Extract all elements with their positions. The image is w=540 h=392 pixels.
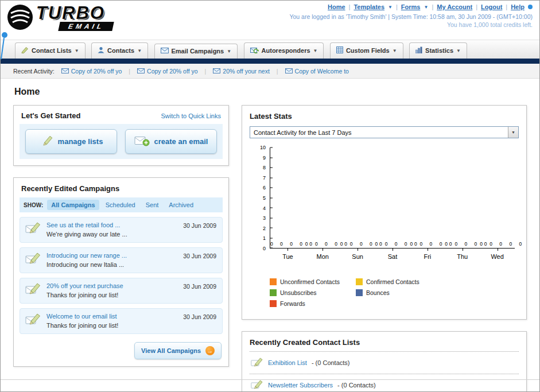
campaign-subtitle: Thanks for joining our list! [46,292,123,298]
chart-values: 0 0 0 0 0 [305,241,340,247]
legend-swatch [270,300,277,307]
activity-item-label: Copy of 20% off yo [71,68,122,75]
campaign-filter-bar: SHOW: All Campaigns Scheduled Sent Archi… [20,197,223,212]
show-label: SHOW: [24,202,43,208]
view-all-campaigns-button[interactable]: View All Campaigns → [134,342,222,359]
caret-down-icon: ▼ [388,5,393,10]
campaign-item[interactable]: See us at the retail food ... We're givi… [20,217,223,243]
chart-yaxis: 109876543210 [252,148,270,249]
y-tick-label: 2 [263,226,266,231]
campaign-item[interactable]: 20% off your next purchase Thanks for jo… [20,278,223,304]
campaign-date: 30 Jun 2009 [183,222,216,229]
caret-down-icon: ▼ [75,48,79,53]
contact-list-item[interactable]: Newsletter Subscribers - (0 Contacts) [250,374,519,392]
tab-statistics[interactable]: Statistics ▼ [409,42,467,59]
caret-down-icon: ▼ [393,48,397,53]
statistics-icon [415,46,422,55]
recent-activity-item[interactable]: Copy of 20% off yo [61,68,122,75]
x-tick-label: Tue [270,253,305,260]
turbo-email-logo[interactable]: TURBO EMAIL [6,3,113,31]
right-column: Latest Stats Contact Activity for the La… [242,105,527,392]
pencil-edit-icon [251,357,263,368]
caret-down-icon: ▼ [137,48,142,53]
legend-item: Unsubscribes [270,289,356,296]
top-link-my-account[interactable]: My Account [437,3,472,10]
top-link-logout[interactable]: Logout [481,3,502,10]
campaign-title-link[interactable]: 20% off your next purchase [46,282,123,289]
separator: | [349,3,351,10]
chart-values: 0 0 0 0 0 [445,241,480,247]
caret-down-icon: ▼ [313,48,318,53]
envelope-icon [137,68,145,73]
chart-legend: Unconfirmed ContactsConfirmed ContactsUn… [242,277,526,319]
y-tick-mark [270,248,273,249]
stats-period-select[interactable]: Contact Activity for the Last 7 Days ▼ [250,126,519,138]
campaign-date: 30 Jun 2009 [183,283,216,290]
recent-activity-item[interactable]: 20% off your next [213,68,270,75]
contact-lists-icon [21,46,29,55]
campaign-subtitle: We're giving away our late ... [46,231,127,238]
y-tick-label: 4 [263,205,266,211]
dropdown-arrow-icon: ▼ [508,127,518,138]
top-link-help[interactable]: Help [511,3,525,10]
y-tick-mark [270,157,273,158]
recent-contact-lists-panel: Recently Created Contact Lists Exhibitio… [242,331,527,392]
tab-custom-fields[interactable]: Custom Fields ▼ [330,42,403,59]
chart-group: 0 0 0 0 0Fri [410,148,445,248]
recent-activity-item[interactable]: Copy of 20% off yo [137,68,198,75]
campaign-subtitle: Thanks for joining our list! [46,322,118,329]
separator: | [506,3,507,10]
tab-email-campaigns[interactable]: Email Campaigns ▼ [154,44,238,59]
separator: | [277,68,278,75]
chart-values: 0 0 0 0 0 [340,241,375,247]
create-email-button[interactable]: create an email [125,129,217,154]
tab-label: Contacts [107,47,134,54]
tab-contact-lists[interactable]: Contact Lists ▼ [15,42,86,59]
stats-chart: 109876543210 0 0 0 0 0Tue0 0 0 0 0Mon0 0… [252,148,517,262]
legend-label: Forwards [280,300,305,307]
campaign-title-link[interactable]: Welcome to our email list [46,313,118,320]
page-title: Home [14,87,527,97]
filter-all-campaigns[interactable]: All Campaigns [47,200,99,210]
create-email-label: create an email [154,137,208,146]
top-link-forms[interactable]: Forms [401,3,421,10]
legend-label: Unconfirmed Contacts [280,278,340,285]
logo-line1: TURBO [26,3,113,24]
legend-label: Confirmed Contacts [366,278,419,285]
campaign-item[interactable]: Welcome to our email list Thanks for joi… [20,308,223,334]
contact-list-item[interactable]: Exhibition List - (0 Contacts) [250,352,519,374]
activity-item-label: Copy of Welcome to [295,68,349,75]
y-tick-mark [270,148,273,148]
top-link-home[interactable]: Home [328,3,345,10]
top-link-templates[interactable]: Templates [353,3,384,10]
campaign-title-link[interactable]: See us at the retail food ... [46,222,127,228]
tab-contacts[interactable]: Contacts ▼ [91,42,148,59]
chart-group: 0 0 0 0 0Thu [445,148,480,248]
filter-scheduled[interactable]: Scheduled [102,200,139,210]
tab-autoresponders[interactable]: Autoresponders ▼ [244,42,324,59]
chart-groups: 0 0 0 0 0Tue0 0 0 0 0Mon0 0 0 0 0Sun0 0 … [270,148,515,248]
recent-activity-item[interactable]: Copy of Welcome to [285,68,349,75]
recent-campaigns-panel: Recently Edited Campaigns SHOW: All Camp… [13,177,229,367]
legend-swatch [356,289,363,296]
y-tick-label: 1 [263,235,266,241]
campaign-title-link[interactable]: Introducing our new range ... [46,252,127,259]
recent-contact-lists-title: Recently Created Contact Lists [242,332,526,351]
contact-list-name-link[interactable]: Exhibition List [268,359,307,366]
campaign-edit-icon [25,222,41,238]
switch-quick-links-link[interactable]: Switch to Quick Links [161,112,221,119]
manage-lists-button[interactable]: manage lists [25,129,117,154]
campaign-item[interactable]: Introducing our new range ... Introducin… [20,247,223,273]
filter-sent[interactable]: Sent [142,200,163,210]
chart-group: 0 0 0 0 0Sat [375,148,410,248]
view-all-campaigns-label: View All Campaigns [141,347,201,354]
tab-label: Custom Fields [346,47,390,54]
recent-campaigns-title: Recently Edited Campaigns [14,178,228,197]
campaign-date: 30 Jun 2009 [183,313,216,320]
separator: | [476,3,477,10]
contact-list-name-link[interactable]: Newsletter Subscribers [268,382,333,389]
envelope-icon [213,68,220,73]
filter-archived[interactable]: Archived [165,200,197,210]
tab-label: Statistics [425,47,453,54]
legend-swatch [270,278,277,285]
